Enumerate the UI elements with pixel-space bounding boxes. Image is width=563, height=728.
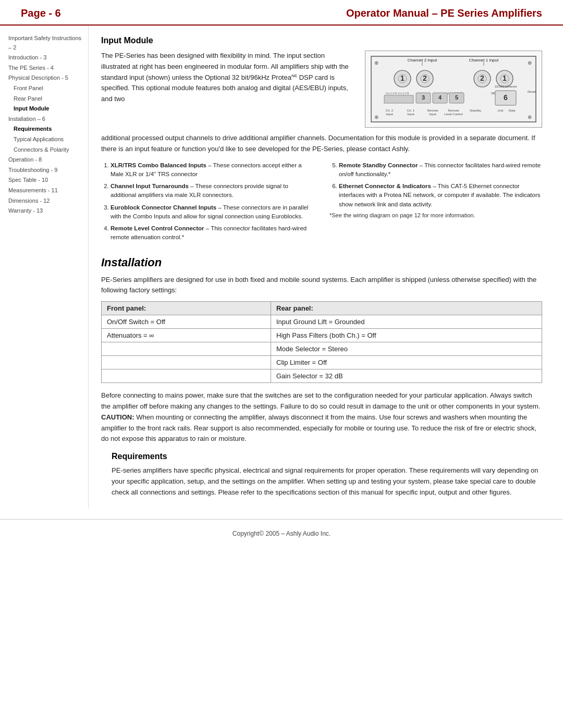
sidebar-item-operation[interactable]: Operation - 8 [8,155,83,165]
svg-text:Ch. 2: Ch. 2 [386,109,394,112]
table-row: Gain Selector = 32 dB [102,369,542,383]
svg-text:3: 3 [422,94,425,101]
svg-text:Channel 2 Input: Channel 2 Input [408,58,437,63]
svg-text:2: 2 [423,74,427,82]
requirements-section: Requirements PE-series amplifiers have s… [101,452,542,498]
svg-text:Ch. 1: Ch. 1 [407,109,415,112]
svg-text:Remote: Remote [448,109,459,112]
installation-section: Installation PE-Series amplifiers are de… [101,256,542,498]
sidebar-item-physical-desc[interactable]: Physical Description - 5 [8,73,83,83]
sidebar-item-typical-apps[interactable]: Typical Applications [8,135,83,144]
sidebar-item-installation[interactable]: Installation – 6 [8,115,83,124]
table-cell [102,369,271,383]
input-module-text: The PE-Series has been designed with fle… [101,51,354,128]
svg-text:6: 6 [504,93,508,102]
sidebar-item-pe-series[interactable]: The PE Series - 4 [8,64,83,73]
svg-text:Remote: Remote [427,109,438,112]
sidebar-item-important-safety[interactable]: Important Safety Instructions – 2 [8,34,83,52]
svg-text:Input: Input [386,113,393,116]
sidebar-item-introduction[interactable]: Introduction - 3 [8,53,83,63]
page-number: Page - 6 [21,7,61,19]
sidebar-item-measurements[interactable]: Measurements - 11 [8,186,83,195]
svg-text:Data: Data [509,109,516,112]
input-module-diagram: Channel 2 Input Channel 1 Input 1 1 [365,51,542,128]
table-cell [102,342,271,356]
main-layout: Important Safety Instructions – 2Introdu… [0,26,563,509]
svg-text:Input: Input [429,113,436,116]
svg-text:1: 1 [400,74,405,82]
svg-text:SB: SB [491,92,495,95]
input-module-section: Input Module The PE-Series has been desi… [101,36,542,245]
svg-text:2: 2 [480,74,484,82]
input-diagram-svg: Channel 2 Input Channel 1 Input 1 1 [370,55,537,123]
table-cell: Attenuators = ∞ [102,329,271,342]
svg-text:5: 5 [455,94,458,101]
table-cell: Input Ground Lift = Grounded [271,315,542,329]
list-col-left: XLR/TRS Combo Balanced Inputs – These co… [101,161,314,245]
svg-text:⊕: ⊕ [374,114,378,120]
list-item-6: Ethernet Connector & Indicators – This C… [339,182,542,209]
input-module-layout: The PE-Series has been designed with fle… [101,51,542,128]
factory-settings-table: Front panel: Rear panel: On/Off Switch =… [101,301,542,383]
svg-text:(+) (-) G (+) (-) G: (+) (-) G (+) (-) G [386,92,409,95]
content-area: Input Module The PE-Series has been desi… [89,26,563,509]
page-header: Page - 6 Operator Manual – PE Series Amp… [0,0,563,26]
sidebar-item-troubleshooting[interactable]: Troubleshooting - 9 [8,166,83,175]
svg-text:⊕: ⊕ [374,60,378,66]
sidebar-item-front-panel[interactable]: Front Panel [8,84,83,93]
list-item-3: Euroblock Connector Channel Inputs – The… [111,203,314,221]
list-col-right: Remote Standby Connector – This connecto… [329,161,542,245]
svg-text:Level Control: Level Control [444,113,462,116]
manual-title: Operator Manual – PE Series Amplifiers [346,7,542,19]
input-module-list: XLR/TRS Combo Balanced Inputs – These co… [101,161,542,245]
sidebar-item-spec-table[interactable]: Spec Table - 10 [8,176,83,185]
input-module-title: Input Module [101,36,542,45]
sidebar: Important Safety Instructions – 2Introdu… [0,26,89,509]
table-row: Attenuators = ∞ High Pass Filters (both … [102,329,542,342]
svg-text:4: 4 [438,94,442,101]
list-item-5: Remote Standby Connector – This connecto… [339,161,542,179]
svg-text:Channel 1 Input: Channel 1 Input [469,58,499,63]
page-footer: Copyright© 2005 – Ashly Audio Inc. [0,519,563,545]
sidebar-item-connectors[interactable]: Connectors & Polarity [8,145,83,155]
table-cell: On/Off Switch = Off [102,315,271,329]
footnote: *See the wiring diagram on page 12 for m… [329,212,542,218]
list-item-4: Remote Level Control Connector – This co… [111,224,314,242]
svg-rect-20 [384,95,413,103]
table-cell: Mode Selector = Stereo [271,342,542,356]
table-row: Clip Limiter = Off [102,356,542,369]
sidebar-item-rear-panel[interactable]: Rear Panel [8,94,83,104]
svg-text:10/100 Ethernet: 10/100 Ethernet [495,85,517,88]
list-item-1: XLR/TRS Combo Balanced Inputs – These co… [111,161,314,179]
table-cell: Clip Limiter = Off [271,356,542,369]
sidebar-item-warranty[interactable]: Warranty - 13 [8,206,83,216]
table-header-front: Front panel: [102,302,271,315]
svg-text:Reset: Reset [528,90,536,93]
svg-text:1: 1 [503,74,507,82]
copyright-text: Copyright© 2005 – Ashly Audio Inc. [232,530,331,537]
table-header-rear: Rear panel: [271,302,542,315]
sidebar-item-input-module[interactable]: Input Module [8,104,83,114]
installation-body: Before connecting to mains power, make s… [101,390,542,445]
sidebar-item-dimensions[interactable]: Dimensions - 12 [8,196,83,206]
table-row: On/Off Switch = Off Input Ground Lift = … [102,315,542,329]
requirements-title: Requirements [101,452,542,461]
installation-title: Installation [101,256,542,269]
table-cell: Gain Selector = 32 dB [271,369,542,383]
svg-text:Input: Input [407,113,414,116]
caution-label: CAUTION: [101,413,134,421]
installation-intro: PE-Series amplifiers are designed for us… [101,275,542,297]
sidebar-item-requirements[interactable]: Requirements [8,125,83,134]
table-cell: High Pass Filters (both Ch.) = Off [271,329,542,342]
table-cell [102,356,271,369]
requirements-body: PE-series amplifiers have specific physi… [101,465,542,498]
svg-text:Standby: Standby [470,109,481,112]
table-row: Mode Selector = Stereo [102,342,542,356]
svg-text:⊕: ⊕ [528,60,532,66]
list-item-2: Channel Input Turnarounds – These connec… [111,182,314,200]
svg-text:Link: Link [497,109,504,112]
svg-text:⊕: ⊕ [528,114,532,120]
input-module-continued-text: additional processed output channels to … [101,133,542,155]
